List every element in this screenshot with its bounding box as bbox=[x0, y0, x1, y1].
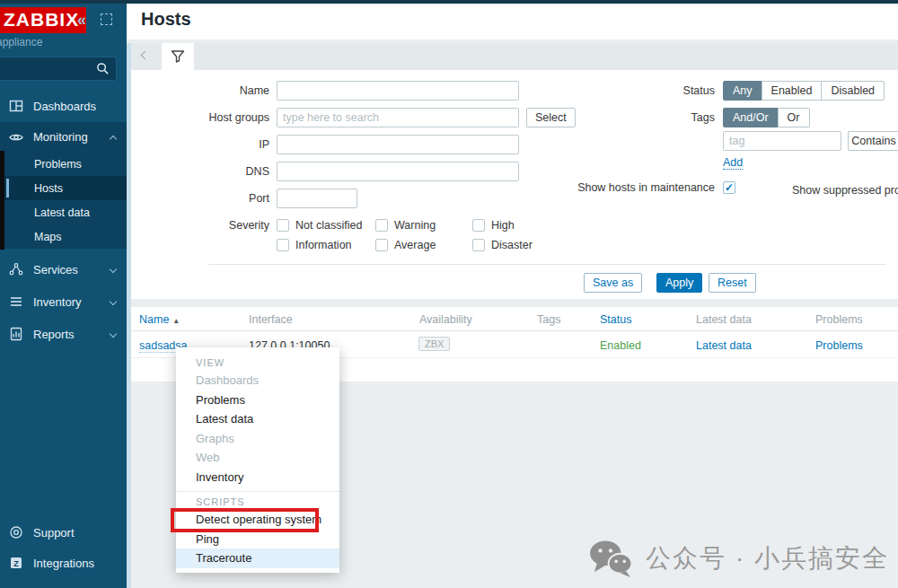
sidebar-item-maps[interactable]: Maps bbox=[0, 224, 127, 249]
sidebar-item-latest-data[interactable]: Latest data bbox=[0, 200, 127, 224]
severity-option-label: Warning bbox=[394, 219, 436, 232]
checkbox[interactable] bbox=[277, 219, 289, 232]
status-option-enabled[interactable]: Enabled bbox=[762, 81, 823, 101]
maintenance-label: Show hosts in maintenance bbox=[571, 181, 715, 194]
filter-tab[interactable] bbox=[162, 43, 194, 70]
chevron-down-icon bbox=[110, 298, 117, 305]
sidebar-collapse-icon[interactable]: « bbox=[77, 11, 86, 30]
inventory-icon bbox=[9, 294, 23, 309]
sidebar-expand-icon[interactable] bbox=[101, 13, 112, 25]
dns-input[interactable] bbox=[277, 162, 519, 181]
sidebar-item-hosts[interactable]: Hosts bbox=[0, 176, 127, 200]
latest-data-link[interactable]: Latest data bbox=[696, 339, 752, 352]
sidebar-item-inventory[interactable]: Inventory bbox=[0, 285, 127, 318]
dns-label: DNS bbox=[131, 165, 269, 178]
zabbix-app: ZABBIX « appliance Dashboards bbox=[0, 0, 898, 588]
sidebar-item-label: Integrations bbox=[33, 557, 127, 570]
sidebar-item-label: Hosts bbox=[34, 182, 63, 195]
checkbox[interactable] bbox=[277, 239, 289, 251]
sidebar-item-label: Maps bbox=[34, 231, 62, 243]
status-option-disabled[interactable]: Disabled bbox=[821, 81, 885, 101]
sidebar-item-label: Support bbox=[33, 526, 127, 540]
status-segmented-control: Any Enabled Disabled bbox=[723, 81, 885, 101]
sidebar-item-support[interactable]: Support bbox=[0, 517, 127, 548]
host-groups-input[interactable] bbox=[277, 108, 519, 127]
checkbox[interactable] bbox=[472, 219, 485, 232]
reset-button[interactable]: Reset bbox=[709, 273, 756, 293]
selected-indicator bbox=[6, 179, 9, 197]
sidebar-monitoring-section: Monitoring Problems Hosts Latest data Ma… bbox=[0, 122, 127, 249]
menu-divider bbox=[176, 491, 339, 492]
search-icon bbox=[96, 62, 110, 75]
severity-option-label: Average bbox=[394, 239, 436, 251]
host-groups-label: Host groups bbox=[131, 111, 269, 124]
checkbox[interactable] bbox=[472, 239, 485, 251]
add-tag-link[interactable]: Add bbox=[723, 156, 743, 170]
port-label: Port bbox=[131, 192, 269, 205]
ip-label: IP bbox=[131, 138, 269, 151]
suppressed-label: Show suppressed problems bbox=[792, 184, 898, 197]
sidebar: ZABBIX « appliance Dashboards bbox=[0, 0, 127, 588]
tag-input[interactable] bbox=[723, 131, 841, 151]
column-header-tags: Tags bbox=[537, 313, 560, 326]
name-input[interactable] bbox=[277, 81, 519, 101]
sidebar-search-input[interactable] bbox=[0, 57, 117, 81]
ip-input[interactable] bbox=[277, 135, 519, 154]
sidebar-item-problems[interactable]: Problems bbox=[0, 152, 127, 176]
logo-row: ZABBIX « bbox=[0, 7, 127, 34]
sort-asc-icon: ▲ bbox=[172, 317, 180, 325]
severity-warning: Warning bbox=[375, 219, 436, 232]
tag-operator-select[interactable]: Contains bbox=[848, 131, 898, 151]
tags-option-andor[interactable]: And/Or bbox=[723, 108, 779, 127]
host-context-menu: VIEW Dashboards Problems Latest data Gra… bbox=[176, 347, 339, 573]
red-annotation-box bbox=[171, 508, 319, 532]
sidebar-item-services[interactable]: Services bbox=[0, 253, 127, 285]
sidebar-item-integrations[interactable]: Z Integrations bbox=[0, 548, 127, 578]
tags-option-or[interactable]: Or bbox=[778, 108, 810, 127]
severity-option-label: Disaster bbox=[491, 239, 533, 251]
support-icon bbox=[9, 525, 23, 540]
column-header-availability: Availability bbox=[419, 313, 472, 326]
menu-item-latest-data[interactable]: Latest data bbox=[176, 409, 339, 429]
status-option-any[interactable]: Any bbox=[723, 81, 762, 101]
zbx-availability-badge: ZBX bbox=[418, 337, 450, 351]
severity-average: Average bbox=[375, 239, 436, 251]
column-header-latest-data: Latest data bbox=[696, 313, 752, 326]
severity-high: High bbox=[472, 219, 515, 232]
reports-icon bbox=[9, 327, 23, 341]
content-edge-strip bbox=[127, 43, 131, 588]
header-divider bbox=[131, 330, 898, 331]
chevron-down-icon bbox=[110, 266, 117, 273]
watermark: 公众号 · 小兵搞安全 bbox=[588, 540, 889, 577]
port-input[interactable] bbox=[277, 189, 357, 208]
checkbox[interactable] bbox=[375, 219, 388, 232]
select-button[interactable]: Select bbox=[526, 108, 576, 127]
menu-section-view: VIEW bbox=[176, 355, 339, 371]
apply-button[interactable]: Apply bbox=[656, 273, 702, 293]
sidebar-item-monitoring[interactable]: Monitoring bbox=[0, 122, 127, 152]
wechat-icon bbox=[588, 540, 633, 577]
column-header-problems: Problems bbox=[815, 313, 863, 326]
menu-item-web: Web bbox=[176, 448, 339, 468]
problems-link[interactable]: Problems bbox=[815, 339, 863, 352]
zabbix-logo: ZABBIX bbox=[0, 7, 86, 33]
tab-scroll-left-icon[interactable] bbox=[141, 51, 150, 60]
menu-item-problems[interactable]: Problems bbox=[176, 391, 339, 410]
tags-segmented-control: And/Or Or bbox=[723, 108, 810, 127]
maintenance-checkbox[interactable]: ✓ bbox=[723, 181, 735, 194]
page-title: Hosts bbox=[141, 9, 191, 30]
sidebar-item-label: Monitoring bbox=[33, 130, 101, 144]
sidebar-item-reports[interactable]: Reports bbox=[0, 318, 127, 350]
checkbox[interactable] bbox=[375, 239, 388, 251]
column-header-interface: Interface bbox=[249, 313, 293, 326]
sidebar-item-dashboards[interactable]: Dashboards bbox=[0, 90, 127, 122]
column-header-status[interactable]: Status bbox=[600, 313, 631, 326]
menu-item-inventory[interactable]: Inventory bbox=[176, 468, 339, 487]
dashboards-icon bbox=[9, 99, 23, 113]
severity-not-classified: Not classified bbox=[277, 219, 362, 232]
menu-item-traceroute[interactable]: Traceroute bbox=[176, 549, 339, 568]
column-header-name[interactable]: Name▲ bbox=[139, 313, 180, 326]
save-as-button[interactable]: Save as bbox=[584, 273, 642, 293]
server-name: appliance bbox=[0, 36, 42, 48]
severity-label: Severity bbox=[131, 219, 269, 232]
